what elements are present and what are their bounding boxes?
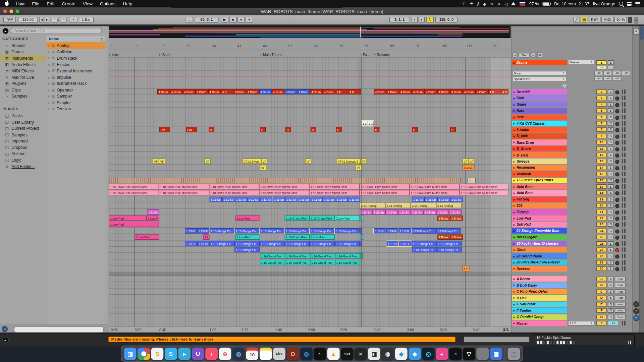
track-name-acid-bass[interactable]: ▶Acid Bass: [512, 184, 567, 189]
stop-button[interactable]: ■: [229, 17, 236, 22]
track-lane-e-saturator[interactable]: [109, 301, 511, 307]
track-lane-reverse[interactable]: 1 2: [109, 265, 511, 272]
track-lane-brass-legato[interactable]: 1 Low Pad1 L1 Low Pad1 16-Grand Pian1 Lo…: [109, 234, 511, 240]
clip[interactable]: 1 13-St: [398, 228, 411, 234]
clip[interactable]: 4 Drum: [450, 89, 463, 95]
arm-button[interactable]: [615, 223, 619, 227]
clip[interactable]: 1 10-Saw3 Pure Muted Bass: [359, 190, 409, 195]
locator-pa[interactable]: ▷Pa...: [360, 53, 370, 57]
clip[interactable]: 1 16-Grand Pian: [335, 253, 360, 259]
clip[interactable]: 1 13-St: [197, 228, 210, 234]
solo-button[interactable]: S: [608, 96, 613, 100]
clip[interactable]: 1 11-Sp: [323, 196, 335, 202]
dock-icon-sketch[interactable]: S: [151, 348, 164, 360]
arm-button[interactable]: [615, 210, 619, 215]
track-name-29-fm-tube-chorus-rever[interactable]: ▶29 FM(Tube-Chorus-Rever: [512, 260, 567, 265]
clip[interactable]: C: [209, 127, 214, 132]
solo-button[interactable]: S: [608, 241, 613, 246]
next-locator-button[interactable]: ▸: [531, 53, 536, 58]
fold-arrow-icon[interactable]: ▶: [514, 303, 516, 306]
output-routing-menu[interactable]: Master▼: [568, 60, 594, 64]
track-name-fat-seq[interactable]: ▶Fat Seq: [512, 196, 567, 202]
clip[interactable]: 1 13-Strings En: [412, 241, 437, 246]
clip[interactable]: 1 13-Strings En: [234, 241, 260, 246]
track-name-brass-legato[interactable]: ▶Brass legato: [512, 234, 567, 240]
clip[interactable]: VF: [159, 159, 165, 164]
clip[interactable]: 4 Drum: [310, 89, 323, 95]
arm-button[interactable]: [615, 128, 619, 132]
tempo-display[interactable]: 125.00: [18, 17, 38, 22]
track-name-master[interactable]: ▶Master: [512, 320, 567, 326]
clip[interactable]: 1 13-Strings En: [285, 228, 310, 234]
menubar-status-icon[interactable]: ↻: [490, 1, 493, 6]
track-name-d-snare[interactable]: ▶D_Snare: [512, 146, 567, 151]
menubar-user[interactable]: Ilya Orange: [593, 1, 615, 6]
returns-section-toggle[interactable]: R: [633, 315, 639, 321]
clip[interactable]: 2 14-Analog: [360, 203, 385, 208]
menubar-status-icon[interactable]: ◁: [504, 1, 507, 6]
clip[interactable]: VF: [361, 159, 367, 164]
locator-start[interactable]: ▷Start: [159, 53, 170, 57]
track-name-perc[interactable]: ▶Perc: [512, 114, 567, 120]
punch-in-button[interactable]: ◖: [412, 17, 418, 22]
track-number-badge[interactable]: 23: [596, 222, 607, 227]
clip[interactable]: 1 16-Grand Pian: [260, 253, 285, 259]
clip[interactable]: C: [450, 127, 456, 132]
missing-media-warning[interactable]: Media files are missing. Please click he…: [108, 336, 456, 342]
send-value[interactable]: -inf: [612, 71, 621, 75]
clip[interactable]: 1 13-Strings En: [310, 228, 335, 234]
solo-button[interactable]: S: [608, 191, 613, 195]
track-name-28-grand-piano[interactable]: ▶28 Grand Piano: [512, 253, 567, 259]
clip[interactable]: 1 13-Strings En: [437, 247, 462, 252]
io-section-toggle[interactable]: I: [633, 301, 639, 307]
clip[interactable]: 2 14-Analog: [411, 203, 436, 208]
track-number-badge[interactable]: 22: [596, 216, 607, 220]
arm-button[interactable]: [615, 160, 619, 164]
track-number-badge[interactable]: 3: [596, 96, 607, 100]
clip[interactable]: [467, 178, 475, 183]
track-name-hats[interactable]: ▶Hats: [512, 108, 567, 113]
dock-icon-x-app[interactable]: ×: [355, 348, 367, 360]
arm-button[interactable]: [615, 154, 619, 158]
dock-icon-sphere-app[interactable]: ◍: [232, 348, 245, 360]
track-lane-303[interactable]: 2 14-Analog2 14-Analog2 14-Analog2 14-An…: [109, 202, 511, 209]
clip[interactable]: Cra: [159, 127, 170, 132]
track-lane-hats[interactable]: [109, 108, 511, 114]
clip[interactable]: 4 Drum: [157, 89, 170, 95]
sidebar-item-imported[interactable]: ◫Imported: [0, 138, 46, 144]
track-number-badge[interactable]: 1: [596, 60, 607, 65]
speaker-on-menu[interactable]: Speaker On▼: [512, 77, 567, 81]
arrangement-overview[interactable]: [109, 26, 511, 38]
clip[interactable]: 4 Drum: [170, 89, 183, 95]
clip[interactable]: C: [285, 127, 291, 132]
track-number-badge[interactable]: 26: [596, 241, 607, 246]
clip[interactable]: C: [336, 127, 342, 132]
solo-button[interactable]: S: [608, 165, 613, 170]
track-lane-soft-pad[interactable]: 1 Low Pad: [109, 221, 511, 228]
clip[interactable]: 1 11-Sp: [247, 196, 260, 202]
track-name-e-saturator[interactable]: ▶E Saturator: [512, 302, 567, 307]
expand-arrow-icon[interactable]: ▷: [48, 101, 50, 104]
dock-icon-blue-box[interactable]: ▣: [490, 348, 502, 360]
track-lane-c-ping-pong-delay[interactable]: [109, 288, 511, 295]
loop-marker-button[interactable]: ▤: [537, 53, 543, 58]
vertical-scrollbar[interactable]: [639, 26, 644, 332]
sidebar-item-sounds[interactable]: ♪Sounds: [0, 42, 46, 49]
track-lane-29-fm-tube-chorus-rever[interactable]: 1 16-Grand Pian1 16-Grand Pian1 16-Grand…: [109, 259, 511, 266]
time-ruler[interactable]: 2/1 0:000:200:401:001:201:402:002:202:40…: [109, 327, 511, 333]
apple-menu-icon[interactable]: [5, 2, 9, 6]
clip[interactable]: 1 13-Strings En: [436, 228, 461, 234]
track-name-reverse[interactable]: ▶Reverse: [512, 266, 567, 272]
device-item-analog[interactable]: ▷◫Analog: [46, 42, 105, 49]
device-item-drum-rack[interactable]: ▷◫Drum Rack: [46, 55, 105, 61]
arrangement-position-display[interactable]: 80. 3. 1: [195, 17, 218, 22]
minimize-window-button[interactable]: [9, 9, 13, 13]
solo-button[interactable]: S: [608, 89, 613, 94]
fold-arrow-icon[interactable]: ▶: [514, 210, 516, 214]
dock-icon-photos[interactable]: ⊛: [219, 348, 231, 360]
clip[interactable]: 4 Drum: [234, 89, 247, 95]
dock-icon-terminal[interactable]: >_: [314, 348, 326, 360]
track-number-badge[interactable]: 25: [596, 235, 607, 239]
fold-arrow-icon[interactable]: ▶: [514, 297, 516, 300]
clip[interactable]: 4 Drum: [272, 89, 285, 95]
